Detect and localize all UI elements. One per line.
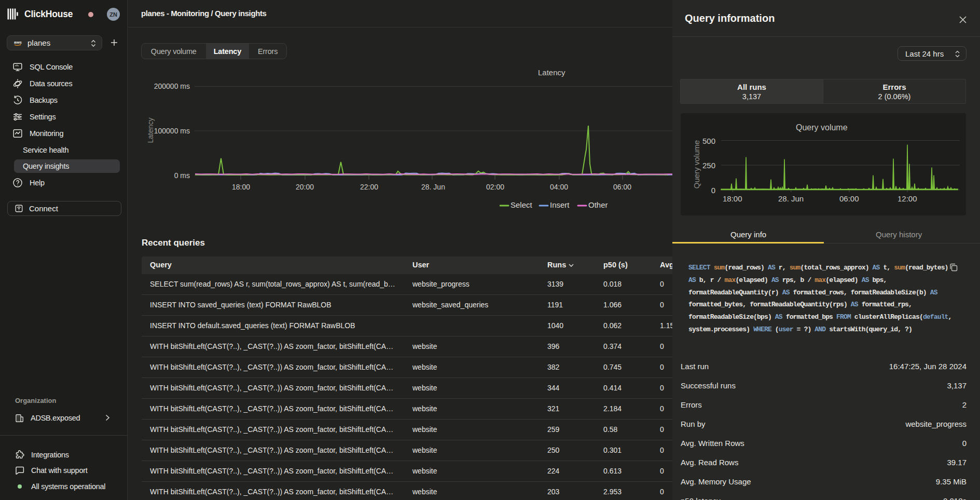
svg-text:aws: aws (14, 40, 22, 45)
